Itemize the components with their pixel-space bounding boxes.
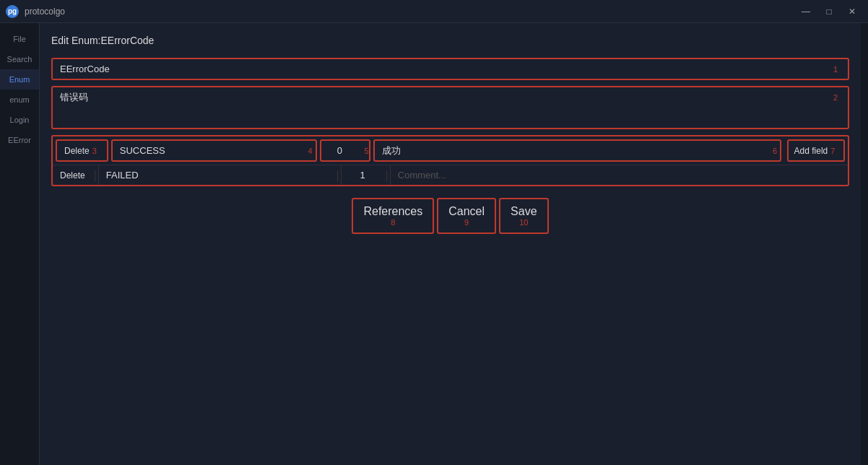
failed-name-input[interactable] bbox=[98, 165, 335, 185]
comment-input[interactable] bbox=[60, 92, 825, 103]
enum-row-success: Delete 3 4 5 6 Add field bbox=[53, 136, 848, 165]
app-title: protocolgo bbox=[25, 6, 65, 17]
save-button[interactable]: Save 10 bbox=[499, 198, 548, 234]
success-name-number: 4 bbox=[308, 147, 312, 155]
delete-button-failed[interactable]: Delete bbox=[53, 166, 92, 185]
cancel-number: 9 bbox=[451, 218, 482, 227]
success-comment-input[interactable] bbox=[375, 141, 770, 160]
close-button[interactable]: ✕ bbox=[842, 4, 862, 19]
name-field-group: 1 bbox=[51, 58, 849, 80]
enum-row-failed: Delete | | | bbox=[53, 165, 848, 185]
save-number: 10 bbox=[513, 218, 534, 227]
sidebar-item-search[interactable]: Search bbox=[0, 49, 39, 69]
add-field-button[interactable]: Add field 7 bbox=[787, 139, 845, 162]
minimize-button[interactable]: — bbox=[796, 4, 816, 19]
dialog-area: Edit Enum:EErrorCode 1 2 bbox=[40, 23, 861, 465]
name-input[interactable] bbox=[60, 64, 825, 74]
failed-value-input[interactable] bbox=[341, 165, 384, 185]
success-value-cell: 5 bbox=[320, 139, 370, 162]
sidebar-item-enum[interactable]: Enum bbox=[0, 69, 39, 90]
sidebar-item-file[interactable]: File bbox=[0, 29, 39, 49]
main-layout: File Search Enum enum Login EError Edit … bbox=[0, 23, 868, 465]
app-icon-label: pg bbox=[8, 7, 17, 15]
title-bar-left: pg protocolgo bbox=[6, 5, 65, 18]
bottom-buttons: References 8 Cancel 9 Save 10 bbox=[51, 198, 849, 234]
delete-number-badge: 3 bbox=[92, 147, 97, 155]
sidebar: File Search Enum enum Login EError bbox=[0, 23, 40, 465]
right-panel bbox=[861, 23, 868, 465]
enum-rows-area: Delete 3 4 5 6 Add field bbox=[51, 135, 849, 186]
sidebar-item-login[interactable]: Login bbox=[0, 110, 39, 130]
cancel-button[interactable]: Cancel 9 bbox=[437, 198, 496, 234]
cancel-label: Cancel bbox=[448, 205, 485, 218]
success-value-number: 5 bbox=[364, 147, 368, 155]
title-bar-controls: — □ ✕ bbox=[796, 4, 862, 19]
sidebar-item-enum2[interactable]: enum bbox=[0, 90, 39, 110]
success-name-input[interactable] bbox=[113, 141, 305, 160]
success-value-input[interactable] bbox=[318, 141, 361, 160]
comment-field-group: 2 bbox=[51, 86, 849, 129]
add-field-label: Add field bbox=[794, 146, 828, 156]
dialog-title: Edit Enum:EErrorCode bbox=[51, 35, 849, 46]
title-bar: pg protocolgo — □ ✕ bbox=[0, 0, 868, 23]
success-comment-number: 6 bbox=[773, 147, 777, 155]
failed-comment-input[interactable] bbox=[390, 165, 848, 185]
sidebar-item-eerror[interactable]: EError bbox=[0, 130, 39, 150]
name-field-number: 1 bbox=[833, 65, 838, 74]
name-field-row: 1 bbox=[60, 64, 841, 74]
delete-button-success[interactable]: Delete 3 bbox=[56, 139, 108, 162]
comment-field-number: 2 bbox=[833, 93, 838, 102]
references-button[interactable]: References 8 bbox=[352, 198, 434, 234]
success-name-cell: 4 bbox=[111, 139, 317, 162]
maximize-button[interactable]: □ bbox=[819, 4, 839, 19]
save-label: Save bbox=[511, 205, 537, 218]
add-field-number: 7 bbox=[830, 147, 835, 155]
references-label: References bbox=[363, 205, 422, 218]
comment-field-row: 2 bbox=[60, 92, 841, 103]
app-icon: pg bbox=[6, 5, 19, 18]
content-area: Edit Enum:EErrorCode 1 2 bbox=[40, 23, 861, 465]
references-number: 8 bbox=[366, 218, 420, 227]
success-comment-cell: 6 bbox=[373, 139, 781, 162]
